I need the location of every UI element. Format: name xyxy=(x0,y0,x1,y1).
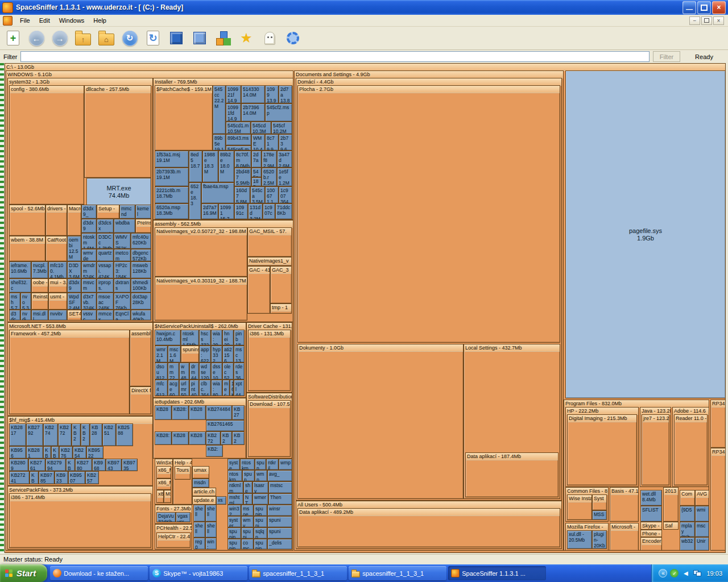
treemap-block[interactable]: inetcom 680Kb xyxy=(114,249,131,261)
treemap-block[interactable]: wbdba xyxy=(114,219,135,233)
treemap-block[interactable]: 160d7 5.8Mb xyxy=(234,186,250,203)
treemap-block[interactable]: ntkril xyxy=(266,459,279,470)
treemap-block[interactable]: oobe - xyxy=(31,278,48,293)
treemap-block[interactable]: 6520a.msp 18.3Mb xyxy=(155,203,189,219)
treemap-block[interactable]: Download - 107.5 xyxy=(248,400,291,457)
treemap-block[interactable]: Then xyxy=(268,493,292,505)
treemap-block[interactable]: EqnCla 52Kb xyxy=(114,310,131,321)
treemap-block[interactable]: shell xyxy=(205,505,217,522)
treemap-block[interactable]: pinb 184 xyxy=(234,330,245,346)
treemap-block[interactable]: Reader 11.0 - xyxy=(674,414,708,485)
treemap-block[interactable]: spuni xyxy=(267,527,292,539)
treemap-block[interactable]: oembi 12.5M xyxy=(67,236,81,261)
treemap-block[interactable]: mplay 8Kb xyxy=(680,522,695,537)
treemap-block[interactable]: spunin xyxy=(254,505,267,516)
treemap-block[interactable]: jre7 - 123.2M xyxy=(642,414,669,485)
treemap-block[interactable]: Phone - 1 xyxy=(640,530,662,537)
treemap-block[interactable]: wet.dll 8.4Mb xyxy=(640,490,662,506)
treemap-block[interactable]: Dokumenty - 1.0Gb xyxy=(297,344,464,499)
treemap-block[interactable]: 10991c xyxy=(234,203,248,219)
taskbar-item[interactable]: Download - ke stažen... xyxy=(50,566,148,580)
treemap-block[interactable]: 2013 xyxy=(663,487,679,522)
treemap-block[interactable]: spuni xyxy=(254,516,267,527)
treemap-block[interactable]: plugin- 20Kb xyxy=(592,530,607,549)
treemap-block[interactable]: 1c907 364Kb xyxy=(279,186,292,203)
treemap-block[interactable]: GAC_3 xyxy=(270,266,292,304)
treemap-block[interactable]: wbem - 38.8M xyxy=(9,236,46,261)
treemap-block[interactable]: PreInst xyxy=(135,219,151,233)
treemap-block[interactable]: KB28 xyxy=(189,431,206,445)
treemap-block[interactable]: MRT.exe 74.4Mb xyxy=(86,178,151,206)
treemap-block[interactable]: vgasysr 4Kb xyxy=(176,512,191,522)
treemap-block[interactable]: KB9743 xyxy=(106,459,122,471)
treemap-block[interactable]: KB2 xyxy=(232,431,245,445)
treemap-block[interactable]: win: xyxy=(205,538,217,550)
treemap-block[interactable]: _delis xyxy=(267,539,292,550)
treemap-block[interactable]: 2bd487 5.9Mb xyxy=(234,168,251,186)
treemap-block[interactable]: xptl 44Kb xyxy=(234,380,245,396)
treemap-block[interactable]: AVG xyxy=(695,490,709,506)
treemap-block[interactable]: WpdSF 2.4Mb xyxy=(67,293,81,310)
treemap-block[interactable]: acge 604 xyxy=(168,380,179,396)
treemap-block[interactable]: shmedi 100Kb xyxy=(131,278,151,293)
treemap-block[interactable]: mstsc xyxy=(268,481,292,493)
treemap-block[interactable]: 2d7a xyxy=(251,151,262,168)
treemap-block[interactable]: syste xyxy=(228,459,240,470)
treemap-block[interactable]: D3DX 3.6Mb xyxy=(67,261,81,278)
treemap-block[interactable]: KB2 xyxy=(30,471,39,484)
treemap-block[interactable]: 545cc 22.2M xyxy=(213,85,226,134)
treemap-block[interactable]: she xyxy=(243,481,253,493)
network-icon[interactable] xyxy=(693,569,701,577)
treemap-block[interactable]: 514330 14.0M xyxy=(241,85,265,103)
treemap-block[interactable]: comc xyxy=(241,539,254,550)
treemap-block[interactable]: shell32.c xyxy=(9,278,31,293)
treemap-block[interactable]: 545ce5.m xyxy=(226,146,251,151)
treemap-block[interactable]: 545cd1.m 10.5M xyxy=(226,122,251,134)
treemap-block[interactable]: SET4E xyxy=(67,310,81,321)
treemap-block[interactable]: ntoskrn xyxy=(240,459,255,470)
treemap-block[interactable]: quartz. xyxy=(97,249,114,261)
treemap-block[interactable]: KB2761465 xyxy=(206,420,245,431)
treemap-block[interactable]: spunin xyxy=(254,539,267,550)
treemap-block[interactable]: mec 68K xyxy=(222,380,230,396)
treemap-block[interactable]: HelpCtr - 22.4M xyxy=(156,533,191,548)
treemap-block[interactable]: KB2780 xyxy=(75,459,92,471)
treemap-block[interactable]: 2b7393b.m 19.1M xyxy=(155,168,189,186)
taskbar-item[interactable]: SSkype™ - vojta19863 xyxy=(150,566,247,580)
treemap-block[interactable]: KB27241 xyxy=(9,471,30,484)
treemap-block[interactable]: d3dc xyxy=(9,310,20,321)
treemap-block[interactable]: msoe xyxy=(241,505,254,516)
treemap-block[interactable]: Syst xyxy=(592,494,607,510)
treemap-block[interactable]: nvvitv xyxy=(48,310,67,321)
treemap-block[interactable]: KB28 xyxy=(155,405,172,420)
treemap-block[interactable]: KB968 xyxy=(92,459,106,471)
treemap-block[interactable]: kemel 968Kb xyxy=(135,205,151,219)
treemap-block[interactable]: wmr 2.1M xyxy=(155,346,168,363)
treemap-block[interactable]: 2221c8b.m 18.7Mb xyxy=(155,186,189,203)
treemap-block[interactable]: ntoskml 1.5Mb xyxy=(181,330,199,346)
treemap-block[interactable]: 8c71 9.9M xyxy=(265,134,279,151)
treemap-block[interactable]: fbae4a.msp xyxy=(201,182,234,203)
start-button[interactable]: Start xyxy=(0,564,47,582)
treemap-block[interactable]: reg0 xyxy=(193,538,205,550)
treemap-block[interactable]: {9D5 xyxy=(680,506,695,522)
treemap-block[interactable]: $PatchCache$ - 159.1M xyxy=(155,85,213,151)
treemap-block[interactable]: nvcpl. 7.3Mb xyxy=(31,261,48,278)
treemap-block[interactable]: hyp 332 xyxy=(211,346,222,363)
treemap-block[interactable]: KB2809 xyxy=(9,459,28,471)
treemap-block[interactable]: RP34 xyxy=(710,400,726,448)
treemap-block[interactable]: KB274484 xyxy=(206,405,232,420)
treemap-block[interactable]: mm 720 xyxy=(168,363,179,380)
treemap-block[interactable]: wmp xyxy=(279,459,292,470)
treemap-block[interactable]: 10067 1.1Mb xyxy=(265,186,279,203)
treemap-block[interactable]: hwxjpn.c 10.4Mb xyxy=(155,330,181,346)
treemap-block[interactable]: 3a47d 2.6Mb xyxy=(277,151,292,168)
treemap-block[interactable]: NT xyxy=(243,493,253,505)
treemap-block[interactable]: 6520b.r 2.5Mb xyxy=(262,168,277,186)
treemap-block[interactable]: mfc100. 4.1Mb xyxy=(48,261,67,278)
treemap-block[interactable]: KB251 xyxy=(102,423,116,446)
treemap-block[interactable]: vssvc. 284Kb xyxy=(81,310,97,321)
treemap-block[interactable]: KB2792 xyxy=(26,423,43,446)
treemap-block[interactable]: KB9735 xyxy=(122,459,138,471)
treemap-block[interactable]: GAC_MSIL - 57. xyxy=(247,227,292,257)
